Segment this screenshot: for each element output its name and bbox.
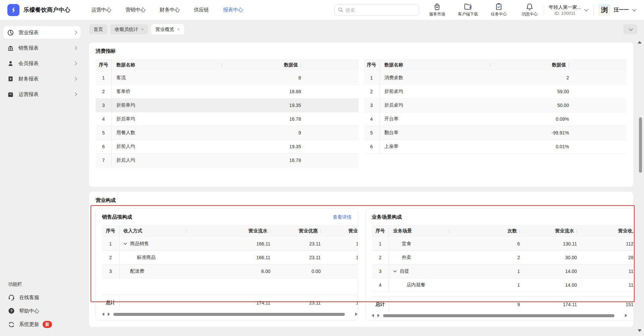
col-v1: 营业流水 xyxy=(186,228,270,234)
sidebar-item-business-report[interactable]: 营业报表 xyxy=(3,26,80,39)
table-row[interactable]: 4 店内就餐 1 14.00 11.00 xyxy=(372,278,633,292)
table-row[interactable]: 6折前人均19.35 xyxy=(96,140,359,154)
service-market-item[interactable]: 服务市场 xyxy=(425,3,449,17)
scroll-left-icon[interactable] xyxy=(102,313,104,316)
table-row[interactable]: 7折后人均16.78 xyxy=(96,154,359,167)
user-menu[interactable]: 浏 汪一一 xyxy=(598,4,635,16)
scrollbar-thumb[interactable] xyxy=(383,314,614,317)
tab-label: 首页 xyxy=(94,26,103,33)
scroll-down-icon[interactable] xyxy=(638,329,642,332)
user-name: 汪一一 xyxy=(614,7,629,13)
close-icon[interactable]: × xyxy=(141,27,144,32)
store-id: ID: 100011 xyxy=(554,11,576,16)
total-row: 总计 9 174.11 151.00 xyxy=(372,296,633,312)
table-row[interactable]: 3折后桌均50.00 xyxy=(364,99,627,112)
view-details-link[interactable]: 查看详情 xyxy=(333,214,352,220)
sidebar-item-finance-report[interactable]: 财务报表 xyxy=(3,72,80,85)
table-row[interactable]: 6上座率0.01% xyxy=(364,140,627,154)
nav-marketing-center[interactable]: 营销中心 xyxy=(125,7,146,13)
tab-list-expand-button[interactable] xyxy=(623,24,637,35)
sidebar-footer: 功能栏 在线客服 ? 帮助中心 系统更新 新 xyxy=(0,281,84,336)
scroll-left-icon[interactable] xyxy=(372,314,374,317)
nav-report-center[interactable]: 报表中心 xyxy=(223,7,243,13)
svg-text:?: ? xyxy=(10,309,13,313)
business-scene-table: 序号 业务场景 次数 营业流水 营业收入 1 堂食 6 130.11 112.0… xyxy=(372,225,633,292)
new-badge: 新 xyxy=(43,321,52,328)
bell-icon xyxy=(526,3,533,10)
sidebar-item-label: 财务报表 xyxy=(18,76,39,82)
table-row[interactable]: 1 商品销售 166.11 23.11 143.00 xyxy=(102,237,358,251)
tab-cashier-stats[interactable]: 收银员统计 × xyxy=(110,24,148,35)
pie-chart-icon xyxy=(7,30,14,36)
col-v2: 营业流水 xyxy=(520,228,577,234)
table-row[interactable]: 1消费桌数2 xyxy=(364,71,627,85)
col-v1: 次数 xyxy=(449,228,520,234)
table-row[interactable]: 2 标准商品 166.11 23.11 143.00 xyxy=(102,251,358,265)
divider xyxy=(593,5,594,15)
app-window: 乐檬餐饮商户中心 运营中心 营销中心 财务中心 供应链 报表中心 服务市场 xyxy=(0,0,644,336)
box-icon xyxy=(7,91,14,98)
function-bar-label: 功能栏 xyxy=(8,281,84,287)
table-row[interactable]: 3折前单均19.35 xyxy=(96,99,359,112)
horizontal-scrollbar[interactable] xyxy=(102,312,358,316)
brand[interactable]: 乐檬餐饮商户中心 xyxy=(7,4,70,16)
help-center-item[interactable]: ? 帮助中心 xyxy=(8,307,84,314)
sales-items-table: 序号 收入方式 营业流水 营业优惠 营业收入 1 商品销售 166.11 23.… xyxy=(102,225,358,278)
clipboard-check-icon xyxy=(495,3,502,10)
table-row[interactable]: 3 配送费 8.00 0.00 8.00 xyxy=(102,265,358,278)
task-center-item[interactable]: 任务中心 xyxy=(487,3,511,17)
table-row[interactable]: 1客流8 xyxy=(96,71,359,85)
search-input[interactable] xyxy=(345,7,415,13)
scroll-up-icon[interactable] xyxy=(638,41,642,44)
scroll-right-icon[interactable] xyxy=(625,314,627,317)
online-service-item[interactable]: 在线客服 xyxy=(8,294,84,301)
tab-business-overview[interactable]: 营业概览 × xyxy=(151,24,184,35)
scroll-right-icon[interactable] xyxy=(108,313,110,316)
chevron-right-icon xyxy=(73,31,77,34)
table-row[interactable]: 4开台率0.09% xyxy=(364,112,627,126)
sidebar-item-member-report[interactable]: 会员报表 xyxy=(3,57,80,70)
horizontal-scrollbar[interactable] xyxy=(372,314,627,318)
vertical-scrollbar-thumb[interactable] xyxy=(639,117,642,173)
col-v3: 营业收入 xyxy=(321,228,358,234)
table-row[interactable]: 5用餐人数9 xyxy=(96,126,359,140)
expand-row-icon[interactable] xyxy=(393,270,397,273)
scrollbar-thumb[interactable] xyxy=(113,313,345,316)
metrics-table-right: 序号 数据名称 数据值 1消费桌数2 2折前桌均59.00 3折后桌均50.00… xyxy=(364,59,627,167)
store-name: 年轻人第一家... xyxy=(549,4,581,10)
consumption-metrics-card: 消费指标 序号 数据名称 数据值 1客流8 2客单价18.88 3折前单均19.… xyxy=(89,43,633,187)
sidebar-item-operation-report[interactable]: 运营报表 xyxy=(3,88,80,101)
col-name: 数据名称 xyxy=(112,62,222,68)
main-content: 消费指标 序号 数据名称 数据值 1客流8 2客单价18.88 3折前单均19.… xyxy=(84,39,644,336)
table-row[interactable]: 1 堂食 6 130.11 112.00 xyxy=(372,237,633,251)
tab-label: 收银员统计 xyxy=(115,26,138,33)
table-row[interactable]: 2客单价18.88 xyxy=(96,85,359,99)
table-row[interactable]: 5翻台率-99.91% xyxy=(364,126,627,140)
headset-icon xyxy=(8,294,15,301)
expand-row-icon[interactable] xyxy=(123,242,127,245)
table-row[interactable]: 2 外卖 2 30.00 28.00 xyxy=(372,251,633,265)
client-download-item[interactable]: 客户端下载 xyxy=(456,3,480,17)
close-icon[interactable]: × xyxy=(177,27,180,32)
table-row[interactable]: 2折前桌均59.00 xyxy=(364,85,627,99)
scroll-right-icon[interactable] xyxy=(377,314,380,317)
message-center-item[interactable]: 消息中心 xyxy=(518,3,542,17)
sidebar-item-sales-report[interactable]: 销售报表 xyxy=(3,42,80,54)
nav-finance-center[interactable]: 财务中心 xyxy=(160,7,180,13)
store-selector[interactable]: 年轻人第一家... ID: 100011 xyxy=(549,4,587,16)
search-box[interactable] xyxy=(334,4,419,16)
scroll-right-icon[interactable] xyxy=(355,313,358,316)
table-header: 序号 数据名称 数据值 xyxy=(364,59,627,71)
nav-supply-chain[interactable]: 供应链 xyxy=(194,7,209,13)
nav-operation-center[interactable]: 运营中心 xyxy=(91,7,111,13)
col-name: 业务场景 xyxy=(389,228,449,234)
col-name: 数据名称 xyxy=(380,62,490,68)
chevron-down-icon xyxy=(632,7,637,12)
col-value: 数据值 xyxy=(222,62,301,68)
tab-home[interactable]: 首页 xyxy=(89,24,107,35)
table-row[interactable]: 3 自提 1 14.00 11.00 xyxy=(372,265,633,278)
system-update-item[interactable]: 系统更新 新 xyxy=(8,321,84,328)
table-row[interactable]: 4折后单均16.78 xyxy=(96,112,359,126)
chevron-right-icon xyxy=(73,92,77,96)
table-header: 序号 业务场景 次数 营业流水 营业收入 xyxy=(372,225,633,237)
